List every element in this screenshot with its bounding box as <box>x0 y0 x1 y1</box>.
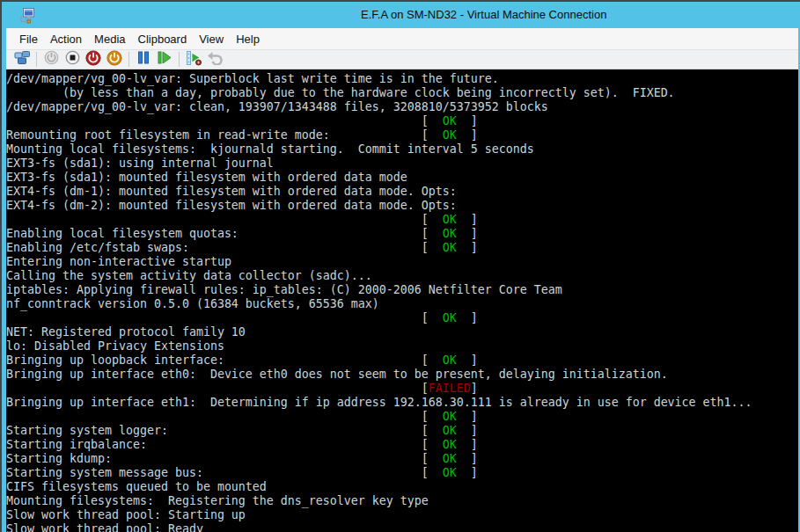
console-line: Entering non-interactive startup <box>6 255 798 269</box>
titlebar[interactable]: E.F.A on SM-ND32 - Virtual Machine Conne… <box>2 2 800 28</box>
pause-button[interactable] <box>133 50 154 69</box>
status-badge-ok: OK <box>443 114 457 128</box>
status-badge-ok: OK <box>443 438 457 451</box>
console-output: /dev/mapper/vg_00-lv_var: Superblock las… <box>6 72 798 532</box>
revert-button[interactable] <box>204 50 225 69</box>
console-line: Starting system message bus: [ OK ] <box>6 466 798 480</box>
menu-view[interactable]: View <box>193 30 230 48</box>
start-button[interactable] <box>40 50 62 69</box>
status-badge-ok: OK <box>443 452 457 465</box>
console-line: Slow work thread pool: Ready <box>6 522 798 532</box>
console-line: lo: Disabled Privacy Extensions <box>6 339 798 353</box>
window-title: E.F.A on SM-ND32 - Virtual Machine Conne… <box>361 8 606 21</box>
console-line: iptables: Applying firewall rules: ip_ta… <box>6 283 798 297</box>
revert-icon-disabled <box>207 50 224 69</box>
status-badge-ok: OK <box>443 128 457 142</box>
console-line: Starting system logger: [ OK ] <box>6 424 798 438</box>
status-badge-ok: OK <box>443 311 457 324</box>
status-badge-ok: OK <box>443 466 457 479</box>
console-line: [ OK ] <box>6 311 798 325</box>
console-line: Bringing up interface eth1: Determining … <box>6 396 798 410</box>
menu-clipboard[interactable]: Clipboard <box>132 30 194 48</box>
status-badge-ok: OK <box>443 410 457 423</box>
status-badge-failed: FAILED <box>429 382 471 395</box>
shut-down-button[interactable] <box>83 50 104 69</box>
console-line: (by less than a day, probably due to the… <box>6 86 798 100</box>
console-line: nf_conntrack version 0.5.0 (16384 bucket… <box>6 297 798 311</box>
toolbar-separator <box>179 52 180 67</box>
save-power-icon-orange <box>106 50 122 69</box>
console-line: Enabling local filesystem quotas: [ OK ] <box>6 227 798 241</box>
console-line: Calling the system activity data collect… <box>6 269 798 283</box>
checkpoint-button[interactable] <box>183 50 204 69</box>
console-line: Starting kdump: [ OK ] <box>6 452 798 466</box>
console-line: /dev/mapper/vg_00-lv_var: clean, 193907/… <box>6 100 798 114</box>
menu-action[interactable]: Action <box>44 30 88 48</box>
console-line: EXT4-fs (dm-1): mounted filesystem with … <box>6 185 798 199</box>
console-line: [ OK ] <box>6 410 798 424</box>
console-line: EXT3-fs (sda1): mounted filesystem with … <box>6 171 798 185</box>
console-line: Bringing up interface eth0: Device eth0 … <box>6 368 798 382</box>
menubar: File Action Media Clipboard View Help <box>6 28 798 49</box>
turn-off-button[interactable] <box>62 50 83 69</box>
resume-button[interactable] <box>154 50 175 69</box>
console-line: [FAILED] <box>6 382 798 396</box>
toolbar-separator <box>128 52 129 67</box>
status-badge-ok: OK <box>443 227 457 240</box>
status-badge-ok: OK <box>443 241 457 254</box>
console-line: Slow work thread pool: Starting up <box>6 508 798 522</box>
toolbar <box>6 49 798 69</box>
shut-down-power-icon-red <box>85 50 101 69</box>
checkpoint-icon <box>186 50 202 69</box>
toolbar-separator <box>36 52 37 67</box>
status-badge-ok: OK <box>443 213 457 226</box>
console-line: [ OK ] <box>6 213 798 227</box>
vm-connection-window: E.F.A on SM-ND32 - Virtual Machine Conne… <box>0 0 800 532</box>
console-line: NET: Registered protocol family 10 <box>6 325 798 339</box>
status-badge-ok: OK <box>443 353 457 367</box>
save-button[interactable] <box>104 50 125 69</box>
console-line: Enabling /etc/fstab swaps: [ OK ] <box>6 241 798 255</box>
console-line: Bringing up loopback interface: [ OK ] <box>6 353 798 368</box>
console-line: EXT3-fs (sda1): using internal journal <box>6 157 798 171</box>
console-line: Mounting filesystems: Registering the dn… <box>6 494 798 508</box>
vm-connection-monitor-icon <box>20 7 35 27</box>
resume-icon <box>157 50 172 69</box>
ctrl-alt-delete-icon <box>14 50 31 69</box>
console-line: EXT4-fs (dm-2): mounted filesystem with … <box>6 199 798 213</box>
console-line: Mounting local filesystems: kjournald st… <box>6 142 798 157</box>
ctrl-alt-delete-button[interactable] <box>11 50 33 69</box>
pause-icon <box>136 50 150 69</box>
console-line: Remounting root filesystem in read-write… <box>6 128 798 142</box>
menu-file[interactable]: File <box>13 30 44 48</box>
menu-media[interactable]: Media <box>88 30 131 48</box>
console-line: Starting irqbalance: [ OK ] <box>6 438 798 452</box>
start-power-icon-disabled <box>44 50 59 69</box>
console-line: [ OK ] <box>6 114 798 128</box>
status-badge-ok: OK <box>443 424 457 437</box>
menu-help[interactable]: Help <box>230 30 266 48</box>
vm-console-screen[interactable]: /dev/mapper/vg_00-lv_var: Superblock las… <box>6 69 798 532</box>
console-line: /dev/mapper/vg_00-lv_var: Superblock las… <box>6 72 798 86</box>
turn-off-stop-icon <box>65 50 80 69</box>
console-line: CIFS filesystems queued to be mounted <box>6 480 798 494</box>
